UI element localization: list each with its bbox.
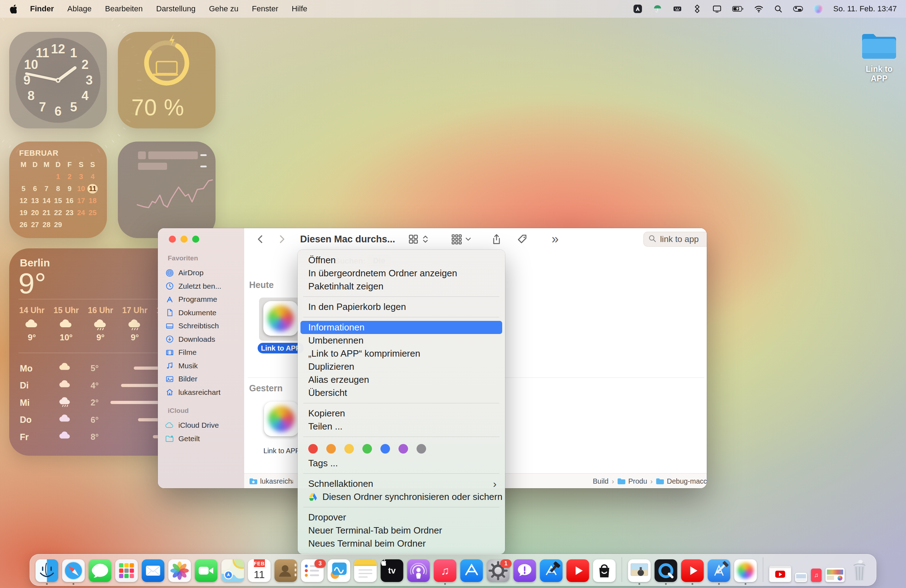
calendar-widget[interactable]: FEBRUAR MDMDFSS1234567891011121314151617… bbox=[9, 142, 107, 238]
menu-item-quick-look[interactable]: Übersicht bbox=[298, 386, 505, 400]
feedback-assistant-icon[interactable] bbox=[514, 559, 536, 585]
sidebar-item-musik[interactable]: Musik bbox=[164, 359, 239, 372]
menu-bar-item-gehe-zu[interactable]: Gehe zu bbox=[209, 4, 238, 13]
path-item-build[interactable]: Build bbox=[593, 477, 608, 485]
menu-item-make-alias[interactable]: Alias erzeugen bbox=[298, 373, 505, 386]
menu-item-google-drive-sync[interactable]: Diesen Ordner synchronisieren oder siche… bbox=[298, 490, 505, 504]
xcode-icon[interactable] bbox=[708, 559, 731, 585]
sidebar-item-airdrop[interactable]: AirDrop bbox=[164, 266, 239, 279]
minimized-window-thumb-colorful[interactable] bbox=[826, 568, 845, 585]
tag-color-f7c94c[interactable] bbox=[345, 444, 354, 454]
menu-item-compress[interactable]: „Link to APP“ komprimieren bbox=[298, 347, 505, 360]
music-icon[interactable]: ♫ bbox=[434, 559, 456, 585]
youtube-icon[interactable] bbox=[681, 559, 704, 585]
group-by-icon[interactable] bbox=[451, 234, 463, 245]
sidebar-item-schreibtisch[interactable]: Schreibtisch bbox=[164, 319, 239, 332]
tag-color-3e7df7[interactable] bbox=[380, 444, 390, 454]
menu-item-new-terminal-tab[interactable]: Neuer Terminal-Tab beim Ordner bbox=[298, 524, 505, 537]
calendar-icon[interactable]: FEB11 bbox=[248, 559, 271, 585]
sidebar-item-programme[interactable]: Programme bbox=[164, 293, 239, 306]
display-icon[interactable] bbox=[712, 4, 722, 13]
facetime-icon[interactable] bbox=[195, 559, 218, 585]
sidebar-item-zuletzt-ben-[interactable]: Zuletzt ben... bbox=[164, 280, 239, 293]
menu-item-share[interactable]: Teilen ... bbox=[298, 420, 505, 433]
messages-icon[interactable] bbox=[89, 559, 112, 585]
menu-bar-item-darstellung[interactable]: Darstellung bbox=[156, 4, 195, 13]
cleanmymac-icon[interactable] bbox=[633, 4, 642, 13]
battery-widget[interactable]: 70 % bbox=[118, 32, 215, 128]
menu-item-new-terminal[interactable]: Neues Terminal beim Ordner bbox=[298, 537, 505, 550]
apple-logo-icon[interactable] bbox=[9, 5, 17, 13]
menu-item-open[interactable]: Öffnen bbox=[298, 254, 505, 267]
launchpad-icon[interactable] bbox=[115, 559, 138, 585]
contacts-icon[interactable] bbox=[274, 559, 297, 585]
sidebar-item-dokumente[interactable]: Dokumente bbox=[164, 306, 239, 319]
maps-icon[interactable] bbox=[222, 559, 244, 585]
sidebar-item-icloud-drive[interactable]: iCloud Drive bbox=[164, 419, 239, 432]
notes-icon[interactable] bbox=[354, 559, 377, 585]
forward-button[interactable] bbox=[277, 234, 287, 244]
menu-item-quick-actions[interactable]: Schnellaktionen› bbox=[298, 477, 505, 490]
menu-bar-item-bearbeiten[interactable]: Bearbeiten bbox=[105, 4, 143, 13]
youtube-icon[interactable] bbox=[566, 559, 589, 585]
finder-icon[interactable] bbox=[36, 559, 58, 585]
file-label-selected[interactable]: Link to APP bbox=[258, 343, 304, 354]
safari-icon[interactable] bbox=[62, 559, 85, 585]
tag-color-ec4a3f[interactable] bbox=[308, 444, 318, 454]
menu-item-show-package-contents[interactable]: Paketinhalt zeigen bbox=[298, 280, 505, 293]
view-chevrons-icon[interactable] bbox=[422, 234, 429, 244]
desktop-folder-link-to-app[interactable]: Link to APP bbox=[858, 31, 900, 83]
menu-item-duplicate[interactable]: Duplizieren bbox=[298, 360, 505, 373]
podcasts-icon[interactable] bbox=[407, 559, 430, 585]
menu-bar-item-fenster[interactable]: Fenster bbox=[252, 4, 279, 13]
path-item-debug-maccatalyst[interactable]: Debug-maccatalyst bbox=[656, 477, 707, 485]
path-item-home[interactable]: lukasreicha bbox=[249, 477, 293, 485]
reminders-icon[interactable]: 3 bbox=[301, 559, 324, 585]
battery-charging-icon[interactable] bbox=[732, 6, 743, 12]
apple-tv-icon[interactable]: tv bbox=[381, 559, 404, 585]
tag-color-f19937[interactable] bbox=[326, 444, 336, 454]
tag-color-a65fd5[interactable] bbox=[399, 444, 408, 454]
menu-bar-item-ablage[interactable]: Ablage bbox=[67, 4, 92, 13]
tag-icon[interactable] bbox=[517, 234, 528, 244]
back-button[interactable] bbox=[255, 234, 265, 244]
tag-color-4fc553[interactable] bbox=[362, 444, 372, 454]
tag-color-8e8e93[interactable] bbox=[416, 444, 426, 454]
search-input[interactable]: link to app bbox=[660, 234, 707, 244]
control-center-icon[interactable] bbox=[793, 6, 803, 12]
sidebar-item-bilder[interactable]: Bilder bbox=[164, 373, 239, 385]
menu-bar-item-hilfe[interactable]: Hilfe bbox=[292, 4, 307, 13]
minimized-window-thumb-small[interactable] bbox=[795, 573, 807, 585]
system-settings-icon[interactable]: 1 bbox=[487, 559, 510, 585]
menu-item-tags[interactable]: Tags ... bbox=[298, 457, 505, 470]
menu-bar-clock[interactable]: So. 11. Feb. 13:47 bbox=[833, 4, 897, 13]
app-file-icon[interactable] bbox=[263, 301, 298, 336]
preview-icon[interactable] bbox=[628, 559, 651, 585]
spotlight-search-icon[interactable] bbox=[774, 5, 783, 13]
shopping-bag-app-icon[interactable] bbox=[593, 559, 616, 585]
siri-icon[interactable] bbox=[813, 4, 823, 13]
sidebar-item-geteilt[interactable]: Geteilt bbox=[164, 432, 239, 445]
close-button[interactable] bbox=[169, 236, 176, 243]
sidebar-item-lukasreichart[interactable]: lukasreichart bbox=[164, 386, 239, 399]
clock-widget[interactable]: 123456789101112 bbox=[9, 32, 107, 128]
path-item-produ[interactable]: Produ bbox=[617, 477, 647, 485]
photos-icon[interactable] bbox=[169, 559, 191, 585]
minimized-youtube-window-thumb[interactable] bbox=[769, 566, 791, 585]
minimize-button[interactable] bbox=[180, 236, 188, 243]
menu-item-rename[interactable]: Umbenennen bbox=[298, 334, 505, 347]
chevron-down-icon[interactable] bbox=[466, 237, 471, 241]
sidebar-item-filme[interactable]: Filme bbox=[164, 346, 239, 359]
menu-item-move-to-trash[interactable]: In den Papierkorb legen bbox=[298, 300, 505, 314]
freeform-wave-icon[interactable] bbox=[328, 559, 350, 585]
trash-icon[interactable] bbox=[849, 559, 871, 585]
zoom-button[interactable] bbox=[192, 236, 199, 243]
more-toolbar-items-icon[interactable]: » bbox=[552, 233, 559, 245]
share-icon[interactable] bbox=[491, 234, 501, 245]
wifi-icon[interactable] bbox=[754, 5, 763, 13]
app-file-icon[interactable] bbox=[264, 402, 299, 436]
app-store-icon[interactable] bbox=[461, 559, 483, 585]
dropover-icon[interactable] bbox=[692, 4, 702, 13]
stocks-graph-widget[interactable] bbox=[118, 142, 215, 238]
developer-app-icon[interactable] bbox=[540, 559, 563, 585]
